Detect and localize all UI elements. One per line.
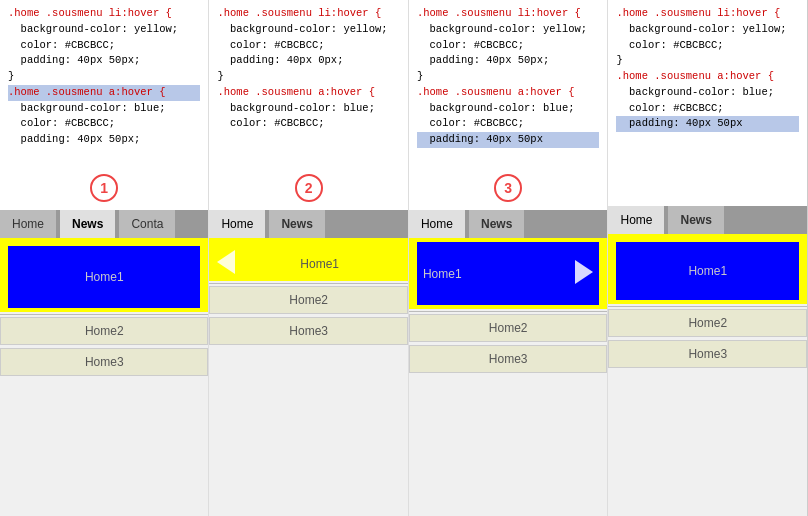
code-line: background-color: blue; (616, 85, 799, 101)
code-line: } (8, 69, 200, 85)
preview-3: Home News Home1 Home2 Home3 (409, 210, 608, 516)
nav-home-3[interactable]: Home (409, 210, 465, 238)
code-line: padding: 40px 50px; (8, 53, 200, 69)
home1-box-3: Home1 (417, 242, 600, 305)
home1-box-4: Home1 (616, 242, 799, 300)
code-line: padding: 40px 50px; (417, 53, 600, 69)
panel-3: .home .sousmenu li:hover { background-co… (409, 0, 609, 516)
code-line: background-color: blue; (8, 101, 200, 117)
home3-3: Home3 (409, 345, 608, 373)
badge-2: 2 (295, 174, 323, 202)
code-line: .home .sousmenu li:hover { (217, 6, 400, 22)
nav-home-1[interactable]: Home (0, 210, 56, 238)
code-line: color: #CBCBCC; (616, 38, 799, 54)
code-line: } (217, 69, 400, 85)
code-line: color: #CBCBCC; (8, 38, 200, 54)
code-line: color: #CBCBCC; (8, 116, 200, 132)
code-block-1: .home .sousmenu li:hover { background-co… (0, 0, 208, 170)
code-block-4: .home .sousmenu li:hover { background-co… (608, 0, 807, 170)
code-line: .home .sousmenu a:hover { (217, 85, 400, 101)
home3-4: Home3 (608, 340, 807, 368)
home2-3: Home2 (409, 314, 608, 342)
nav-home-4[interactable]: Home (608, 206, 664, 234)
code-line: color: #CBCBCC; (217, 116, 400, 132)
nav-contact-1[interactable]: Conta (119, 210, 175, 238)
code-line-highlighted: .home .sousmenu a:hover { (8, 85, 200, 101)
arrow-left-2 (217, 250, 235, 277)
code-block-3: .home .sousmenu li:hover { background-co… (409, 0, 608, 170)
nav-news-2[interactable]: News (269, 210, 324, 238)
preview-4: Home News Home1 Home2 Home3 (608, 206, 807, 516)
panel-1: .home .sousmenu li:hover { background-co… (0, 0, 209, 516)
home1-text-2: Home1 (239, 257, 400, 271)
code-line: background-color: yellow; (616, 22, 799, 38)
code-line: padding: 40px 50px; (8, 132, 200, 148)
code-block-2: .home .sousmenu li:hover { background-co… (209, 0, 408, 170)
badge-3: 3 (494, 174, 522, 202)
code-line: } (417, 69, 600, 85)
home2-2: Home2 (209, 286, 408, 314)
home3-2: Home3 (209, 317, 408, 345)
nav-home-2[interactable]: Home (209, 210, 265, 238)
home1-box-1: Home1 (8, 246, 200, 308)
badge-1: 1 (90, 174, 118, 202)
arrow-right-3 (575, 260, 593, 287)
code-line: .home .sousmenu a:hover { (616, 69, 799, 85)
code-line: .home .sousmenu a:hover { (417, 85, 600, 101)
code-line: background-color: yellow; (417, 22, 600, 38)
home3-1: Home3 (0, 348, 208, 376)
preview-1: Home News Conta Home1 Home2 Home3 (0, 210, 208, 516)
home2-1: Home2 (0, 317, 208, 345)
code-line: .home .sousmenu li:hover { (8, 6, 200, 22)
code-line-highlighted: padding: 40px 50px (616, 116, 799, 132)
home2-4: Home2 (608, 309, 807, 337)
code-line: background-color: yellow; (217, 22, 400, 38)
code-line: color: #CBCBCC; (417, 38, 600, 54)
code-line: background-color: blue; (217, 101, 400, 117)
code-line: } (616, 53, 799, 69)
home1-label-3: Home1 (423, 267, 462, 281)
code-line: .home .sousmenu li:hover { (417, 6, 600, 22)
nav-news-1[interactable]: News (60, 210, 115, 238)
nav-news-3[interactable]: News (469, 210, 524, 238)
code-line: background-color: blue; (417, 101, 600, 117)
nav-news-4[interactable]: News (668, 206, 723, 234)
code-line: padding: 40px 0px; (217, 53, 400, 69)
code-line: color: #CBCBCC; (217, 38, 400, 54)
nav-bar-4: Home News (608, 206, 807, 234)
panel-2: .home .sousmenu li:hover { background-co… (209, 0, 409, 516)
code-line: .home .sousmenu li:hover { (616, 6, 799, 22)
code-line: color: #CBCBCC; (616, 101, 799, 117)
preview-2: Home News Home1 Home2 Home3 (209, 210, 408, 516)
nav-bar-2: Home News (209, 210, 408, 238)
code-line: background-color: yellow; (8, 22, 200, 38)
nav-bar-3: Home News (409, 210, 608, 238)
panel-4: .home .sousmenu li:hover { background-co… (608, 0, 808, 516)
code-line: color: #CBCBCC; (417, 116, 600, 132)
code-line-highlighted: padding: 40px 50px (417, 132, 600, 148)
nav-bar-1: Home News Conta (0, 210, 208, 238)
